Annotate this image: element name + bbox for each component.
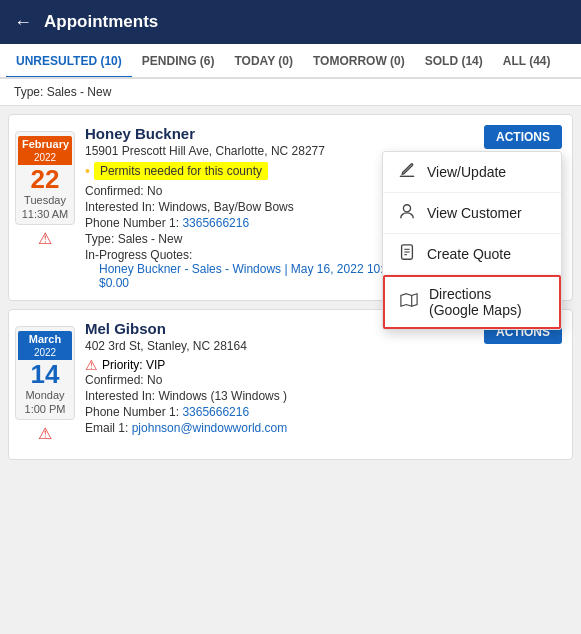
- back-button[interactable]: ←: [14, 12, 32, 33]
- date-badge-2: March 2022 14 Monday 1:00 PM ⚠: [9, 320, 81, 449]
- date-day-num-2: 14: [18, 360, 72, 389]
- date-day-name-2: Monday: [18, 389, 72, 401]
- date-warning-2: ⚠: [38, 424, 52, 443]
- date-month-1: February: [18, 136, 72, 152]
- phone-link-1[interactable]: 3365666216: [182, 216, 249, 230]
- type-filter: Type: Sales - New: [0, 79, 581, 106]
- appointment-card-1: February 2022 22 Tuesday 11:30 AM ⚠ Hone…: [8, 114, 573, 301]
- actions-dropdown-1: View/Update View Customer Create Quote D…: [382, 151, 562, 330]
- svg-point-0: [403, 205, 410, 212]
- tab-3[interactable]: TOMORROW (0): [303, 44, 415, 79]
- priority-badge-2: ⚠ Priority: VIP: [85, 357, 562, 373]
- dropdown-view-update[interactable]: View/Update: [383, 152, 561, 193]
- tab-2[interactable]: TODAY (0): [224, 44, 302, 79]
- email-2: Email 1: pjohnson@windowworld.com: [85, 421, 562, 435]
- dropdown-view-customer-label: View Customer: [427, 205, 522, 221]
- dropdown-create-quote[interactable]: Create Quote: [383, 234, 561, 275]
- priority-text: Priority: VIP: [102, 358, 165, 372]
- tab-0[interactable]: UNRESULTED (10): [6, 44, 132, 79]
- date-month-2: March: [18, 331, 72, 347]
- date-time-1: 11:30 AM: [18, 208, 72, 220]
- dropdown-create-quote-label: Create Quote: [427, 246, 511, 262]
- header: ← Appointments: [0, 0, 581, 44]
- dropdown-view-update-label: View/Update: [427, 164, 506, 180]
- email-link-2[interactable]: pjohnson@windowworld.com: [132, 421, 288, 435]
- priority-warning-icon: ⚠: [85, 357, 98, 373]
- tab-5[interactable]: ALL (44): [493, 44, 561, 79]
- person-icon: [397, 202, 417, 224]
- tab-4[interactable]: SOLD (14): [415, 44, 493, 79]
- confirmed-2: Confirmed: No: [85, 373, 562, 387]
- interested-2: Interested In: Windows (13 Windows ): [85, 389, 562, 403]
- tabs-bar: UNRESULTED (10)PENDING (6)TODAY (0)TOMOR…: [0, 44, 581, 79]
- dropdown-directions-label: Directions(Google Maps): [429, 286, 522, 318]
- bullet-icon-1: •: [85, 162, 90, 180]
- actions-button-1[interactable]: ACTIONS: [484, 125, 562, 149]
- document-icon: [397, 243, 417, 265]
- map-icon: [399, 291, 419, 313]
- edit-icon: [397, 161, 417, 183]
- date-day-name-1: Tuesday: [18, 194, 72, 206]
- dropdown-directions[interactable]: Directions(Google Maps): [383, 275, 561, 329]
- appointment-card-2: March 2022 14 Monday 1:00 PM ⚠ Mel Gibso…: [8, 309, 573, 460]
- phone-2: Phone Number 1: 3365666216: [85, 405, 562, 419]
- tab-1[interactable]: PENDING (6): [132, 44, 225, 79]
- date-time-2: 1:00 PM: [18, 403, 72, 415]
- phone-link-2[interactable]: 3365666216: [182, 405, 249, 419]
- page-title: Appointments: [44, 12, 158, 32]
- highlight-text-1: Permits needed for this county: [94, 162, 268, 180]
- dropdown-view-customer[interactable]: View Customer: [383, 193, 561, 234]
- date-warning-1: ⚠: [38, 229, 52, 248]
- date-badge-1: February 2022 22 Tuesday 11:30 AM ⚠: [9, 125, 81, 290]
- date-day-num-1: 22: [18, 165, 72, 194]
